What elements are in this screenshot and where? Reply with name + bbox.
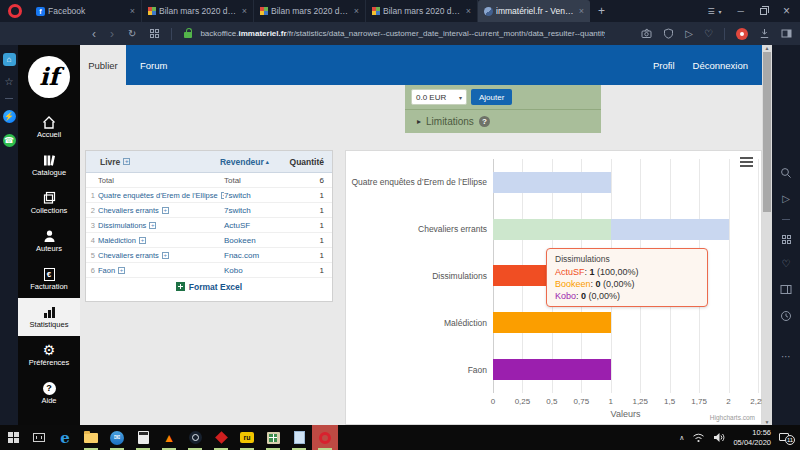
download-icon[interactable] bbox=[759, 28, 770, 39]
tab-close-icon[interactable]: × bbox=[242, 6, 247, 16]
book-link[interactable]: Faon+ bbox=[98, 266, 224, 275]
sidebar-item-facturation[interactable]: € Facturation bbox=[18, 260, 80, 298]
opera-logo-icon[interactable] bbox=[8, 4, 22, 18]
tab-close-icon[interactable]: × bbox=[354, 6, 359, 16]
restore-button[interactable] bbox=[760, 8, 767, 15]
start-button[interactable] bbox=[0, 425, 26, 450]
header-quantite[interactable]: Quantité bbox=[290, 157, 332, 167]
expand-plus-icon[interactable]: + bbox=[123, 158, 130, 165]
new-tab-button[interactable]: + bbox=[598, 4, 605, 18]
search-icon[interactable] bbox=[780, 167, 792, 179]
ajouter-button[interactable]: Ajouter bbox=[471, 89, 512, 105]
sidebar-item-accueil[interactable]: Accueil bbox=[18, 108, 80, 146]
flow-send-icon[interactable]: ▷ bbox=[685, 29, 693, 39]
workspace-icon[interactable]: ⌂ bbox=[3, 53, 16, 66]
tab-menu-caret-icon[interactable]: ▾ bbox=[719, 8, 722, 15]
vendor-link[interactable]: 7switch bbox=[224, 191, 294, 200]
scroll-up-icon[interactable]: ▲ bbox=[762, 45, 772, 51]
taskbar-calculator[interactable] bbox=[130, 425, 156, 450]
scrollbar-thumb[interactable] bbox=[763, 52, 771, 212]
taskbar-vlc[interactable]: ▲ bbox=[156, 425, 182, 450]
reload-icon[interactable]: ↻ bbox=[128, 29, 136, 39]
panels-icon[interactable] bbox=[780, 284, 792, 295]
bar-segment-Bookeen[interactable] bbox=[493, 312, 611, 333]
nav-deconnexion[interactable]: Déconnexion bbox=[693, 60, 748, 71]
back-icon[interactable]: ‹ bbox=[92, 28, 96, 40]
speed-dial-grid-icon[interactable] bbox=[782, 235, 791, 244]
vendor-link[interactable]: Fnac.com bbox=[224, 251, 294, 260]
tray-clock[interactable]: 10:56 05/04/2020 bbox=[733, 428, 771, 447]
action-center-icon[interactable]: 11 bbox=[779, 432, 794, 444]
sidebar-panels-icon[interactable] bbox=[781, 28, 792, 39]
speaker-icon[interactable] bbox=[713, 432, 725, 443]
bookmark-heart-icon[interactable]: ♡ bbox=[704, 29, 713, 39]
tab-menu-icon[interactable]: ☰ bbox=[707, 7, 714, 16]
highcharts-credit[interactable]: Highcharts.com bbox=[710, 414, 755, 421]
taskbar-mail[interactable]: ✉ bbox=[104, 425, 130, 450]
limitations-toggle[interactable]: Limitations bbox=[426, 116, 474, 127]
heart-icon[interactable]: ♡ bbox=[782, 259, 791, 269]
nav-profil[interactable]: Profil bbox=[653, 60, 675, 71]
bar-segment-Fnac.com[interactable] bbox=[493, 219, 611, 240]
book-link[interactable]: Dissimulations+ bbox=[98, 221, 224, 230]
book-link[interactable]: Chevaliers errants+ bbox=[98, 206, 224, 215]
history-clock-icon[interactable] bbox=[780, 310, 792, 322]
taskbar-ru-app[interactable]: ru bbox=[234, 425, 260, 450]
tab-close-icon[interactable]: × bbox=[130, 6, 135, 16]
amount-select[interactable]: 0.0 EUR ▾ bbox=[411, 89, 467, 105]
wifi-icon[interactable] bbox=[692, 432, 705, 443]
send-icon[interactable]: ▷ bbox=[782, 194, 790, 204]
expand-plus-icon[interactable]: + bbox=[149, 222, 156, 229]
taskbar-opera-active[interactable] bbox=[312, 425, 338, 450]
tray-expand-icon[interactable]: ∧ bbox=[679, 434, 684, 442]
expand-plus-icon[interactable]: + bbox=[162, 252, 169, 259]
vendor-link[interactable]: Kobo bbox=[224, 266, 294, 275]
taskbar-explorer[interactable] bbox=[78, 425, 104, 450]
speed-dial-icon[interactable] bbox=[150, 29, 159, 38]
url-field[interactable]: backoffice.immateriel.fr/fr/statistics/d… bbox=[200, 29, 605, 38]
sidebar-item-catalogue[interactable]: Catalogue bbox=[18, 146, 80, 184]
more-icon[interactable]: ⋯ bbox=[781, 351, 791, 362]
browser-tab-immateriel-active[interactable]: immatériel.fr - Ventes du m × bbox=[478, 0, 590, 22]
nav-publier[interactable]: Publier bbox=[80, 45, 126, 85]
taskbar-edge[interactable]: e bbox=[52, 425, 78, 450]
nav-forum[interactable]: Forum bbox=[140, 60, 167, 71]
book-link[interactable]: Chevaliers errants+ bbox=[98, 251, 224, 260]
sidebar-item-aide[interactable]: ? Aide bbox=[18, 374, 80, 412]
extension-icon[interactable] bbox=[736, 28, 748, 40]
expand-plus-icon[interactable]: + bbox=[118, 267, 125, 274]
tab-close-icon[interactable]: × bbox=[579, 6, 584, 16]
messenger-icon[interactable]: ⚡ bbox=[3, 110, 16, 123]
shield-icon[interactable] bbox=[663, 28, 674, 39]
taskbar-steam[interactable] bbox=[182, 425, 208, 450]
browser-tab-bilan-3[interactable]: Bilan mars 2020 des ventes × bbox=[366, 0, 478, 22]
tab-close-icon[interactable]: × bbox=[466, 6, 471, 16]
book-link[interactable]: Quatre enquêtes d’Erem de l’Ellipse+ bbox=[98, 191, 224, 200]
bar-segment-Kobo[interactable] bbox=[493, 359, 611, 380]
expand-plus-icon[interactable]: + bbox=[162, 207, 169, 214]
bookmarks-star-icon[interactable]: ☆ bbox=[5, 77, 14, 87]
browser-tab-facebook[interactable]: f Facebook × bbox=[30, 0, 142, 22]
whatsapp-icon[interactable]: ☎ bbox=[3, 134, 16, 147]
vendor-link[interactable]: 7switch bbox=[224, 206, 294, 215]
header-livre[interactable]: Livre + bbox=[86, 157, 220, 167]
bar-segment-7switch[interactable] bbox=[611, 219, 729, 240]
limitations-help-icon[interactable]: ? bbox=[479, 116, 490, 127]
format-excel-link[interactable]: Format Excel bbox=[189, 282, 242, 292]
vendor-link[interactable]: ActuSF bbox=[224, 221, 294, 230]
header-revendeur[interactable]: Revendeur ▴ bbox=[220, 157, 290, 167]
page-scrollbar[interactable]: ▲ ▼ bbox=[762, 45, 772, 425]
app-logo[interactable]: if bbox=[18, 45, 80, 108]
bar-segment-7switch[interactable] bbox=[493, 172, 611, 193]
book-link[interactable]: Malédiction+ bbox=[98, 236, 224, 245]
taskbar-accounting[interactable] bbox=[260, 425, 286, 450]
snapshot-camera-icon[interactable] bbox=[641, 28, 652, 39]
sidebar-item-preferences[interactable]: ⚙ Préférences bbox=[18, 336, 80, 374]
sidebar-item-auteurs[interactable]: Auteurs bbox=[18, 222, 80, 260]
expand-plus-icon[interactable]: + bbox=[139, 237, 146, 244]
browser-tab-bilan-2[interactable]: Bilan mars 2020 des ventes × bbox=[254, 0, 366, 22]
close-window-button[interactable]: × bbox=[783, 4, 790, 18]
task-view-button[interactable] bbox=[26, 425, 52, 450]
vendor-link[interactable]: Bookeen bbox=[224, 236, 294, 245]
sidebar-item-statistiques[interactable]: Statistiques bbox=[18, 298, 80, 336]
